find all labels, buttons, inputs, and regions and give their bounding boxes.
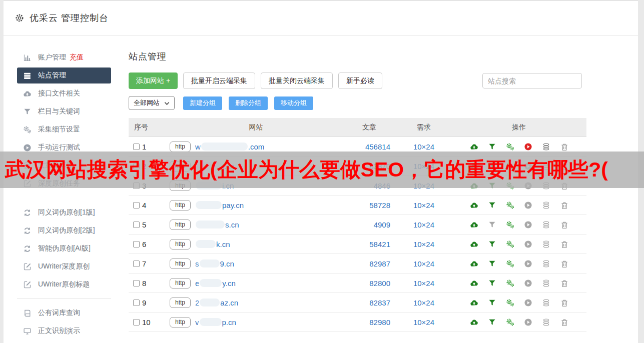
filter-icon[interactable]	[488, 240, 496, 248]
trash-icon[interactable]	[560, 260, 568, 268]
filter-icon[interactable]	[488, 201, 496, 210]
site-domain-link[interactable]: e y.cn	[195, 279, 236, 288]
trash-icon[interactable]	[560, 298, 568, 307]
row-checkbox[interactable]	[133, 241, 140, 248]
site-domain-link[interactable]: 2 az.cn	[195, 298, 238, 307]
row-checkbox[interactable]	[133, 202, 140, 208]
trash-icon[interactable]	[560, 279, 568, 288]
gears-icon[interactable]	[506, 240, 514, 248]
trash-icon[interactable]	[560, 318, 568, 326]
row-checkbox[interactable]	[133, 300, 140, 306]
site-domain-link[interactable]: pay.cn	[195, 201, 244, 210]
article-count-link[interactable]: 4909	[342, 220, 396, 229]
filter-icon[interactable]	[488, 260, 496, 268]
play-icon[interactable]	[524, 260, 532, 268]
site-domain-link[interactable]: s 9.cn	[195, 260, 234, 268]
sidebar-item-1-3[interactable]: UWriter深度原创	[17, 258, 111, 276]
sidebar-item-1-0[interactable]: 同义词伪原创[1版]	[17, 204, 111, 222]
new-group-button[interactable]: 新建分组	[183, 96, 222, 110]
row-checkbox[interactable]	[133, 260, 140, 267]
play-icon[interactable]	[524, 298, 532, 307]
gears-icon[interactable]	[506, 201, 514, 210]
sidebar-item-0-3[interactable]: 栏目与关键词	[17, 102, 111, 120]
database-icon[interactable]	[542, 298, 550, 307]
database-icon[interactable]	[542, 240, 550, 248]
http-protocol-chip[interactable]: http	[170, 258, 191, 269]
article-count-link[interactable]: 82800	[342, 279, 396, 288]
database-icon[interactable]	[542, 220, 550, 229]
http-protocol-chip[interactable]: http	[170, 239, 191, 250]
sidebar-item-2-1[interactable]: 正文识别演示	[17, 322, 111, 340]
row-checkbox[interactable]	[133, 280, 140, 286]
cloud-upload-icon[interactable]	[470, 279, 478, 288]
database-icon[interactable]	[542, 201, 550, 210]
sidebar-item-1-1[interactable]: 同义词伪原创[2版]	[17, 222, 111, 240]
newbie-guide-button[interactable]: 新手必读	[338, 72, 382, 89]
trash-icon[interactable]	[560, 201, 568, 210]
article-count-link[interactable]: 82837	[342, 298, 396, 307]
filter-icon[interactable]	[488, 220, 496, 229]
database-icon[interactable]	[542, 279, 550, 288]
delete-group-button[interactable]: 删除分组	[229, 96, 268, 110]
trash-icon[interactable]	[560, 240, 568, 248]
cloud-upload-icon[interactable]	[470, 240, 478, 248]
play-icon[interactable]	[524, 279, 532, 288]
article-count-link[interactable]: 82987	[342, 260, 396, 268]
group-select[interactable]: 全部网站	[129, 96, 175, 110]
recharge-link[interactable]: 充值	[70, 53, 84, 62]
article-count-link[interactable]: 58421	[342, 240, 396, 248]
http-protocol-chip[interactable]: http	[170, 220, 191, 230]
play-icon[interactable]	[524, 220, 532, 229]
row-checkbox[interactable]	[133, 319, 140, 326]
cloud-upload-icon[interactable]	[470, 201, 478, 210]
database-icon[interactable]	[542, 318, 550, 326]
sidebar-item-0-1[interactable]: 站点管理	[17, 68, 111, 84]
site-domain-link[interactable]: v p.cn	[195, 318, 236, 326]
play-icon[interactable]	[524, 240, 532, 248]
filter-icon[interactable]	[488, 142, 496, 151]
http-protocol-chip[interactable]: http	[170, 200, 191, 210]
site-domain-link[interactable]: s.cn	[195, 220, 239, 229]
batch-open-collect-button[interactable]: 批量开启云端采集	[183, 72, 255, 89]
http-protocol-chip[interactable]: http	[170, 278, 191, 288]
site-domain-link[interactable]: w .com	[195, 142, 264, 151]
sidebar-item-2-0[interactable]: 公有词库查询	[17, 304, 111, 322]
http-protocol-chip[interactable]: http	[170, 317, 191, 328]
sidebar-item-0-2[interactable]: 接口文件相关	[17, 84, 111, 102]
filter-icon[interactable]	[488, 279, 496, 288]
sidebar-item-1-2[interactable]: 智能伪原创[AI版]	[17, 240, 111, 258]
play-icon[interactable]	[524, 318, 532, 326]
http-protocol-chip[interactable]: http	[170, 142, 191, 152]
database-icon[interactable]	[542, 142, 550, 151]
add-site-button[interactable]: 添加网站 +	[129, 72, 178, 89]
site-domain-link[interactable]: k.cn	[195, 240, 230, 248]
cloud-upload-icon[interactable]	[470, 260, 478, 268]
play-icon[interactable]	[524, 142, 532, 151]
row-checkbox[interactable]	[133, 144, 140, 150]
article-count-link[interactable]: 456814	[342, 142, 396, 151]
cloud-upload-icon[interactable]	[470, 142, 478, 151]
site-search-input[interactable]	[482, 73, 582, 88]
trash-icon[interactable]	[560, 220, 568, 229]
http-protocol-chip[interactable]: http	[170, 298, 191, 308]
gears-icon[interactable]	[506, 318, 514, 326]
cloud-upload-icon[interactable]	[470, 220, 478, 229]
gears-icon[interactable]	[506, 260, 514, 268]
article-count-link[interactable]: 82980	[342, 318, 396, 326]
gears-icon[interactable]	[506, 142, 514, 151]
filter-icon[interactable]	[488, 318, 496, 326]
article-count-link[interactable]: 58728	[342, 201, 396, 210]
cloud-upload-icon[interactable]	[470, 318, 478, 326]
database-icon[interactable]	[542, 260, 550, 268]
play-icon[interactable]	[524, 201, 532, 210]
batch-close-collect-button[interactable]: 批量关闭云端采集	[261, 72, 333, 89]
gears-icon[interactable]	[506, 298, 514, 307]
gears-icon[interactable]	[506, 220, 514, 229]
cloud-upload-icon[interactable]	[470, 298, 478, 307]
sidebar-item-0-0[interactable]: 账户管理 充值	[17, 48, 111, 66]
move-group-button[interactable]: 移动分组	[274, 96, 313, 110]
gears-icon[interactable]	[506, 279, 514, 288]
trash-icon[interactable]	[560, 142, 568, 151]
filter-icon[interactable]	[488, 298, 496, 307]
row-checkbox[interactable]	[133, 222, 140, 228]
